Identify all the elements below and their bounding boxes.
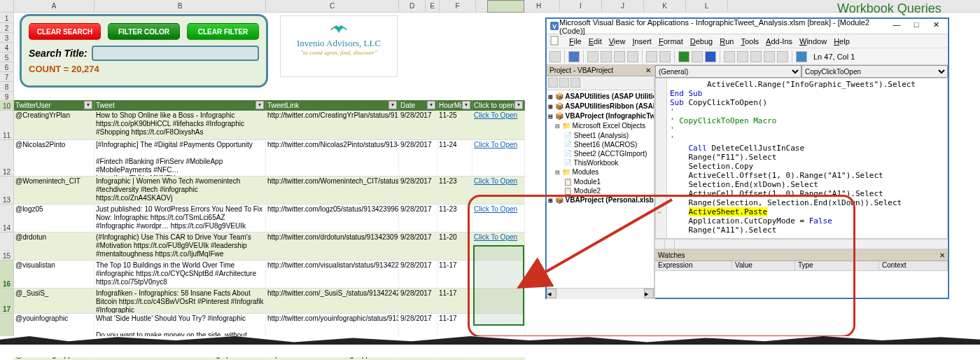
th-tweet[interactable]: Tweet — [94, 100, 266, 111]
th-hourminute[interactable]: HourMinu — [438, 100, 472, 111]
run-icon[interactable] — [678, 51, 690, 62]
paste-icon[interactable] — [614, 51, 625, 62]
cell-link[interactable]: http://twitter.com/CreatingYrPlan/status… — [266, 111, 399, 139]
col-header-I[interactable]: I — [560, 0, 602, 12]
cell-click[interactable]: Click To Open — [472, 176, 525, 204]
col-header-L[interactable]: L — [686, 0, 728, 12]
break-icon[interactable] — [692, 51, 703, 62]
cell-link[interactable]: http://twitter.com/visualistan/status/91… — [266, 261, 399, 288]
cell-user[interactable]: @_SusiS_ — [14, 289, 94, 313]
cell-click[interactable]: Click To Open — [472, 111, 525, 139]
cell-hm[interactable]: 11-23 — [438, 176, 472, 204]
col-header-F[interactable]: F — [440, 0, 476, 12]
vba-titlebar[interactable]: V Microsoft Visual Basic for Application… — [547, 19, 948, 34]
cell-tweet[interactable]: Infographic | Women Who Tech #womenintec… — [94, 176, 266, 204]
menu-debug[interactable]: Debug — [690, 37, 713, 46]
browser-icon[interactable] — [764, 51, 775, 62]
menu-help[interactable]: Help — [834, 37, 850, 46]
selected-range[interactable] — [473, 245, 524, 326]
cell-click[interactable]: Click To Open — [472, 205, 525, 232]
code-view-buttons[interactable] — [655, 239, 948, 249]
cell-link[interactable]: http://twitter.com/drdotun/status/913423… — [266, 233, 399, 260]
view-code-icon[interactable] — [548, 78, 558, 88]
toggle-folders-icon[interactable] — [570, 78, 580, 88]
cell-user[interactable]: @Nicolas2Pinto — [14, 140, 94, 176]
cell-date[interactable]: 9/28/2017 — [399, 233, 438, 260]
col-header-H[interactable]: H — [518, 0, 560, 12]
cell-user[interactable]: @visualistan — [14, 261, 94, 288]
cell-hm[interactable]: 11-24 — [438, 140, 472, 176]
clear-filter-button[interactable]: CLEAR FILTER — [187, 23, 259, 40]
cell-link[interactable]: http://twitter.com/Nicolas2Pinto/status/… — [266, 140, 399, 176]
view-object-icon[interactable] — [559, 78, 569, 88]
reset-icon[interactable] — [705, 51, 716, 62]
redo-icon[interactable] — [659, 51, 671, 62]
col-header-K[interactable]: K — [644, 0, 686, 12]
th-clicktoopen[interactable]: Click to open — [472, 100, 525, 111]
procedure-dropdown[interactable]: CopyClickToOpen — [802, 65, 948, 78]
menu-insert[interactable]: Insert — [632, 37, 652, 46]
search-input[interactable] — [92, 46, 259, 61]
tree-item[interactable]: 📄 Sheet16 (MACROS) — [548, 140, 652, 149]
cell-tweet[interactable]: [#Infographic] The #Digital #Payments Op… — [94, 140, 266, 176]
cell-date[interactable]: 9/28/2017 — [399, 289, 438, 313]
object-dropdown[interactable]: (General) — [655, 65, 802, 78]
cut-icon[interactable] — [587, 51, 598, 62]
cell-tweet[interactable]: Infografiken - Infographics: 58 Insane F… — [94, 289, 266, 313]
cell-user[interactable]: @drdotun — [14, 233, 94, 260]
cell-tweet[interactable]: How to Shop Online like a Boss - Infogra… — [94, 111, 266, 139]
cell-hm[interactable]: 11-23 — [438, 205, 472, 232]
col-header-C[interactable]: C — [266, 0, 399, 12]
table-row[interactable]: @Nicolas2Pinto[#Infographic] The #Digita… — [14, 140, 525, 176]
cell-date[interactable]: 9/28/2017 — [399, 205, 438, 232]
cell-link[interactable]: http://twitter.com/Womenintech_CIT/statu… — [266, 176, 399, 204]
vba-toolbar[interactable]: Ln 47, Col 1 — [547, 48, 948, 65]
cell-date[interactable]: 9/28/2017 — [399, 176, 438, 204]
tree-item[interactable]: ⊞ 📦 ASAPUtilities (ASAP Utilities.xla) — [548, 92, 652, 102]
menu-tools[interactable]: Tools — [741, 37, 759, 46]
click-to-open-link[interactable]: Click To Open — [474, 205, 517, 213]
cell-hm[interactable]: 11-17 — [438, 289, 472, 313]
menu-view[interactable]: View — [609, 37, 626, 46]
project-tree[interactable]: ⊞ 📦 ASAPUtilities (ASAP Utilities.xla)⊞ … — [547, 90, 654, 288]
menu-edit[interactable]: Edit — [589, 37, 602, 46]
cell-click[interactable]: Click To Open — [472, 140, 525, 176]
cell-date[interactable]: 9/28/2017 — [399, 140, 438, 176]
tree-item[interactable]: ⊟ 📁 Microsoft Excel Objects — [548, 121, 652, 131]
th-tweetlink[interactable]: TweetLink — [266, 100, 399, 111]
maximize-button[interactable]: □ — [907, 20, 925, 33]
undo-icon[interactable] — [646, 51, 657, 62]
click-to-open-link[interactable]: Click To Open — [474, 233, 517, 241]
help-icon[interactable] — [796, 51, 807, 62]
tree-item[interactable]: ⊞ 📦 VBAProject (Personal.xlsb) — [548, 195, 652, 205]
th-date[interactable]: Date — [399, 100, 438, 111]
tree-item[interactable]: ⊟ 📁 Modules — [548, 167, 652, 177]
clear-search-button[interactable]: CLEAR SEARCH — [29, 23, 101, 40]
vba-menubar[interactable]: FileEditViewInsertFormatDebugRunToolsAdd… — [547, 34, 948, 48]
cell-hm[interactable]: 11-20 — [438, 233, 472, 260]
cell-tweet[interactable]: The Top 10 Buildings in the World Over T… — [94, 261, 266, 288]
col-header-D[interactable]: D — [399, 0, 426, 12]
copy-icon[interactable] — [601, 51, 612, 62]
cell-hm[interactable]: 11-17 — [438, 261, 472, 288]
col-header-A[interactable]: A — [14, 0, 94, 12]
toolbox-icon[interactable] — [777, 51, 788, 62]
project-scrollbar[interactable]: ◂ ▸ — [547, 288, 654, 299]
find-icon[interactable] — [627, 51, 638, 62]
click-to-open-link[interactable]: Click To Open — [474, 141, 517, 148]
table-row[interactable]: @CreatingYrPlanHow to Shop Online like a… — [14, 111, 525, 140]
menu-file[interactable]: File — [569, 37, 582, 46]
tree-item[interactable]: 📄 Sheet2 (ACCTGImport) — [548, 149, 652, 158]
code-editor[interactable]: ➡ ActiveCell.Range("InfoGraphic_Tweets")… — [655, 78, 948, 239]
minimize-button[interactable]: — — [888, 20, 906, 33]
cell-link[interactable]: http://twitter.com/logz05/status/9134239… — [266, 205, 399, 232]
close-button[interactable]: ✕ — [927, 20, 945, 33]
cell-hm[interactable]: 11-25 — [438, 111, 472, 139]
filter-color-button[interactable]: FILTER COLOR — [108, 23, 180, 40]
tree-item[interactable]: 📋 Module2 — [548, 186, 652, 195]
view-icon[interactable] — [550, 51, 561, 62]
cell-date[interactable]: 9/28/2017 — [399, 261, 438, 288]
tree-item[interactable]: ⊟ 📦 VBAProject (InfographicTweet_A — [548, 111, 652, 121]
table-row[interactable]: @visualistanThe Top 10 Buildings in the … — [14, 261, 525, 289]
cell-date[interactable]: 9/28/2017 — [399, 111, 438, 139]
